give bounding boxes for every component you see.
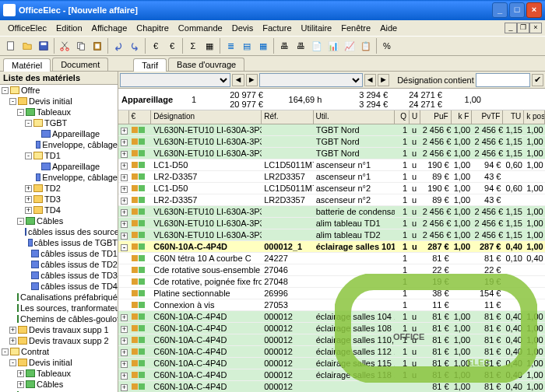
tab-tarif[interactable]: Tarif <box>133 58 167 72</box>
tree-node[interactable]: Appareillage <box>0 161 118 172</box>
row-expand[interactable]: + <box>118 137 129 146</box>
nav-next2-button[interactable]: ► <box>378 74 389 86</box>
row-expand[interactable]: + <box>118 382 129 391</box>
list1-button[interactable]: ≣ <box>223 38 238 54</box>
export3-button[interactable]: 📈 <box>342 38 357 54</box>
grid-row[interactable]: -C60N-10A-C-4P4D000012_1éclairage salles… <box>118 241 545 253</box>
grid-row[interactable]: Platine sectionnable26996138 €154 € <box>118 288 545 299</box>
row-expand[interactable]: + <box>118 230 129 240</box>
grid-row[interactable]: +LR2-D3357LR2D3357ascenseur n°21u89 €1,0… <box>118 194 545 206</box>
nav-next-button[interactable]: ► <box>246 74 258 86</box>
menu-facture[interactable]: Facture <box>258 22 296 34</box>
expand-icon[interactable]: - <box>9 359 16 366</box>
row-expand[interactable]: + <box>118 160 129 170</box>
row-expand[interactable]: + <box>118 370 129 380</box>
menu-edition[interactable]: Edition <box>51 22 87 34</box>
tree-node[interactable]: câbles issus de TD4 <box>0 281 118 292</box>
tree-node[interactable]: -Devis initial <box>0 96 118 107</box>
copy-button[interactable] <box>73 38 89 54</box>
row-expand[interactable]: - <box>118 242 129 251</box>
export2-button[interactable]: 📊 <box>325 38 341 54</box>
menu-affichage[interactable]: Affichage <box>87 22 132 34</box>
grid-row[interactable]: +VL630N-ETU10 LI-630A-3P3Dalim tableau T… <box>118 218 545 229</box>
refresh-button[interactable]: € <box>148 38 164 54</box>
expand-icon[interactable]: - <box>9 98 16 105</box>
tree-node[interactable]: +TD3 <box>0 194 118 205</box>
tree-node[interactable]: Appareillage <box>0 128 118 139</box>
nav-prev2-button[interactable]: ◄ <box>364 74 376 86</box>
row-expand[interactable]: + <box>118 324 129 333</box>
tree-node[interactable]: -Câbles <box>0 215 118 226</box>
filter-select-1[interactable] <box>120 73 230 87</box>
tab-document[interactable]: Document <box>52 58 108 71</box>
mdi-close-button[interactable]: × <box>529 23 542 33</box>
tree-node[interactable]: -Tableaux <box>0 107 118 117</box>
col-ref[interactable]: Réf. <box>262 110 313 124</box>
mdi-minimize-button[interactable]: _ <box>505 23 517 33</box>
grid-row[interactable]: +LC1-D50LC1D5011M7ascenseur n°11u190 €1,… <box>118 159 545 171</box>
open-button[interactable] <box>19 38 35 54</box>
col-kp[interactable]: k pose <box>524 110 545 124</box>
row-expand[interactable]: + <box>118 184 129 193</box>
percent-button[interactable]: % <box>379 38 395 54</box>
grid-row[interactable]: +C60N-10A-C-4P4D000012éclairage salles 1… <box>118 334 545 346</box>
expand-icon[interactable]: - <box>25 152 32 159</box>
col-puf[interactable]: PuF <box>420 110 452 124</box>
sum-button[interactable]: Σ <box>185 38 201 54</box>
grid-row[interactable]: +C60N-10A-C-4P4D000012éclairage salles 1… <box>118 369 545 381</box>
menu-officeelec[interactable]: OfficeElec <box>3 22 51 34</box>
grid-body[interactable]: +VL630N-ETU10 LI-630A-3P3DTGBT Nord1u2 4… <box>118 124 545 392</box>
expand-icon[interactable]: - <box>25 120 32 127</box>
grid-row[interactable]: +VL630N-ETU10 LI-630A-3P3Dbatterie de co… <box>118 206 545 218</box>
tree-node[interactable]: -Offre <box>0 85 118 96</box>
tab-materiel[interactable]: Matériel <box>3 58 51 72</box>
expand-icon[interactable]: - <box>17 109 24 116</box>
row-expand[interactable]: + <box>118 312 129 321</box>
filter-go-button[interactable]: ✔ <box>532 74 543 86</box>
tab-base-ouvrage[interactable]: Base d'ouvrage <box>168 58 244 71</box>
expand-icon[interactable]: + <box>25 185 32 192</box>
menu-devis[interactable]: Devis <box>227 22 258 34</box>
tree-node[interactable]: câbles issus des sources <box>0 226 118 237</box>
export1-button[interactable]: 📄 <box>309 38 325 54</box>
col-ptf[interactable]: PvTF <box>472 110 503 124</box>
list2-button[interactable]: ▤ <box>239 38 255 54</box>
close-button[interactable]: × <box>526 2 542 18</box>
paste-button[interactable] <box>90 38 105 54</box>
tree-node[interactable]: câbles issus de TGBT <box>0 237 118 248</box>
expand-icon[interactable]: + <box>17 370 24 377</box>
grid-row[interactable]: +C60N-10A-C-4P4D00001281 €1,0081 €0,401,… <box>118 381 545 392</box>
tree-node[interactable]: Canalisations préfabriquées <box>0 292 118 303</box>
row-expand[interactable]: + <box>118 172 129 181</box>
menu-chapitre[interactable]: Chapitre <box>132 22 174 34</box>
grid-row[interactable]: +C60N-10A-C-4P4D000012éclairage salles 1… <box>118 358 545 369</box>
expand-icon[interactable]: + <box>9 327 16 334</box>
grid-row[interactable]: +VL630N-ETU10 LI-630A-3P3DTGBT Nord1u2 4… <box>118 124 545 136</box>
export4-button[interactable]: 📋 <box>358 38 374 54</box>
grid-row[interactable]: +C60N-10A-C-4P4D000012éclairage salles 1… <box>118 323 545 334</box>
grid-row[interactable]: +VL630N-ETU10 LI-630A-3P3Dalim tableau T… <box>118 229 545 241</box>
tree-node[interactable]: -TD1 <box>0 150 118 161</box>
cut-button[interactable] <box>57 38 72 54</box>
expand-icon[interactable]: + <box>9 338 16 345</box>
tree-node[interactable]: -Devis initial <box>0 357 118 368</box>
col-tu[interactable]: TU <box>503 110 524 124</box>
filter-input[interactable] <box>476 73 530 87</box>
tree-node[interactable]: -TGBT <box>0 117 118 128</box>
col-u[interactable]: U <box>410 110 420 124</box>
grid-row[interactable]: +C60N-10A-C-4P4D000012éclairage salles 1… <box>118 346 545 358</box>
tree-node[interactable]: Enveloppe, câblage <box>0 139 118 150</box>
row-expand[interactable]: + <box>118 195 129 205</box>
maximize-button[interactable]: □ <box>509 2 525 18</box>
row-expand[interactable]: + <box>118 219 129 228</box>
menu-utilitaire[interactable]: Utilitaire <box>297 22 337 34</box>
expand-icon[interactable]: - <box>2 348 9 355</box>
tree-node[interactable]: +Devis travaux supp 2 <box>0 335 118 346</box>
row-expand[interactable]: + <box>118 125 129 135</box>
expand-icon[interactable]: + <box>17 381 24 388</box>
grid-row[interactable]: Cde rotative sous-ensemble manœuvre27046… <box>118 264 545 276</box>
new-button[interactable] <box>3 38 19 54</box>
nav-prev-button[interactable]: ◄ <box>232 74 244 86</box>
expand-icon[interactable]: + <box>25 196 32 203</box>
minimize-button[interactable]: _ <box>492 2 508 18</box>
